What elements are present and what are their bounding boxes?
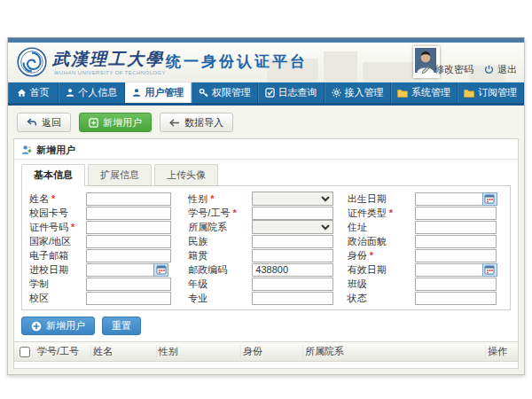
field-text-input[interactable]: [86, 192, 171, 206]
nav-item-5[interactable]: 接入管理: [325, 82, 391, 103]
back-arrow-icon: [27, 118, 37, 127]
form-field: 校区: [29, 292, 184, 304]
field-select[interactable]: [252, 192, 333, 206]
tab-0[interactable]: 基本信息: [21, 164, 85, 185]
reset-button-label: 重置: [112, 319, 131, 332]
form-field: 籍贯: [188, 249, 343, 262]
field-text-input[interactable]: [415, 278, 497, 291]
reset-button[interactable]: 重置: [102, 317, 141, 335]
log-check-icon: [265, 88, 275, 98]
add-user-toolbar-label: 新增用户: [103, 116, 142, 129]
nav-item-label: 订阅管理: [478, 86, 517, 99]
required-marker: *: [370, 250, 373, 261]
calendar-icon[interactable]: [482, 263, 497, 277]
tab-2[interactable]: 上传头像: [154, 164, 218, 185]
field-text-input[interactable]: [86, 235, 171, 248]
change-password-label: 修改密码: [434, 63, 473, 76]
select-all-checkbox[interactable]: [20, 347, 30, 357]
field-label: 进校日期: [29, 263, 68, 277]
change-password-link[interactable]: 修改密码: [421, 63, 473, 76]
field-label: 有效日期: [348, 263, 387, 277]
form-field: 年级: [188, 278, 343, 290]
university-logo-icon: [17, 47, 47, 77]
plus-circle-icon: [31, 321, 42, 332]
nav-item-4[interactable]: 日志查询: [258, 82, 325, 103]
logout-link[interactable]: 退出: [484, 63, 517, 76]
table-col-header: 所属院系: [303, 345, 486, 358]
add-user-submit-label: 新增用户: [46, 319, 85, 332]
form-field: 所属院系: [188, 221, 343, 233]
logout-label: 退出: [497, 63, 517, 76]
toolbar: 返回 新增用户 数据导入: [8, 106, 524, 138]
content-area: 返回 新增用户 数据导入 新增用户 基本信息扩: [8, 106, 524, 369]
field-text-input[interactable]: [86, 292, 171, 305]
field-date-input[interactable]: [415, 263, 482, 277]
field-label: 出生日期: [348, 192, 387, 206]
field-text-input[interactable]: [415, 221, 497, 234]
add-user-submit-button[interactable]: 新增用户: [21, 317, 95, 335]
field-text-input[interactable]: [86, 249, 171, 262]
field-date-input[interactable]: [415, 192, 482, 206]
nav-item-label: 个人信息: [78, 86, 117, 99]
data-import-button[interactable]: 数据导入: [160, 113, 233, 132]
add-user-toolbar-button[interactable]: 新增用户: [79, 113, 152, 132]
form-field: 证件号码*: [29, 221, 184, 233]
field-text-input[interactable]: [86, 221, 171, 234]
field-label: 政治面貌: [348, 235, 387, 248]
field-text-input[interactable]: [252, 235, 333, 248]
form-field: 证件类型*: [348, 207, 503, 219]
section-title: 新增用户: [36, 144, 75, 157]
nav-item-0[interactable]: 首页: [8, 82, 59, 103]
field-label: 住址: [348, 221, 367, 234]
field-text-input[interactable]: [415, 292, 497, 305]
nav-item-3[interactable]: 权限管理: [192, 82, 258, 103]
field-label: 证件类型: [348, 207, 387, 220]
field-text-input[interactable]: [86, 207, 171, 220]
field-label: 证件号码: [29, 221, 68, 234]
form-field: 进校日期: [29, 263, 184, 276]
field-label: 校区: [29, 292, 49, 305]
field-text-input[interactable]: [252, 292, 333, 305]
table-col-header: 操作: [486, 345, 518, 358]
table-col-header: 身份: [241, 345, 303, 358]
field-select[interactable]: [252, 220, 333, 234]
calendar-icon[interactable]: [482, 192, 497, 206]
form-field: 状态: [348, 292, 503, 304]
person-icon: [66, 88, 74, 98]
form-field: 出生日期: [348, 192, 503, 205]
calendar-icon[interactable]: [153, 263, 168, 277]
required-marker: *: [232, 207, 236, 218]
field-text-input[interactable]: [252, 263, 333, 277]
section-header: 新增用户: [14, 139, 518, 160]
tab-1[interactable]: 扩展信息: [88, 164, 152, 185]
field-text-input[interactable]: [252, 249, 333, 262]
back-button-label: 返回: [42, 116, 61, 129]
field-label: 学制: [29, 278, 49, 291]
home-icon: [17, 88, 27, 98]
field-text-input[interactable]: [415, 235, 497, 248]
field-text-input[interactable]: [252, 207, 333, 220]
form-field: 国家/地区: [29, 235, 184, 247]
field-text-input[interactable]: [415, 249, 497, 262]
field-label: 民族: [188, 235, 207, 248]
form-grid: 姓名*性别*出生日期校园卡号学号/工号*证件类型*证件号码*所属院系住址国家/地…: [21, 185, 511, 310]
back-button[interactable]: 返回: [17, 113, 71, 132]
field-text-input[interactable]: [415, 207, 497, 220]
form-field: 住址: [348, 221, 503, 233]
folder-icon: [397, 89, 408, 98]
form-field: 性别*: [188, 192, 343, 205]
platform-title: 统一身份认证平台: [166, 51, 308, 72]
key-icon: [199, 88, 208, 98]
form-field: 学制: [29, 278, 184, 290]
nav-item-label: 用户管理: [145, 86, 184, 99]
folder-icon: [464, 89, 474, 98]
field-text-input[interactable]: [86, 278, 171, 291]
nav-item-2[interactable]: 用户管理: [125, 82, 192, 103]
required-marker: *: [210, 193, 214, 204]
field-date-input[interactable]: [86, 263, 153, 277]
nav-item-7[interactable]: 订阅管理: [458, 82, 524, 103]
person-icon: [132, 88, 141, 98]
nav-item-1[interactable]: 个人信息: [59, 82, 125, 103]
nav-item-6[interactable]: 系统管理: [391, 82, 458, 103]
field-text-input[interactable]: [252, 278, 333, 291]
